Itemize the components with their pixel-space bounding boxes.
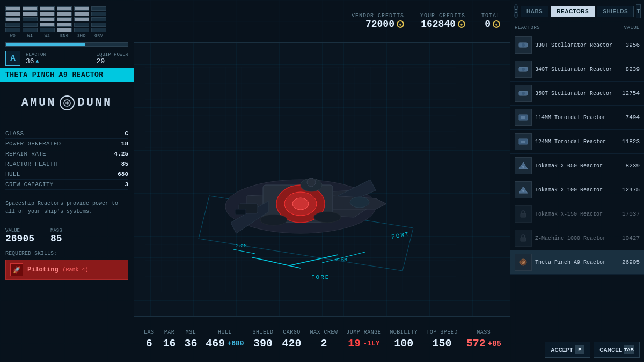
bar-shd: SHD xyxy=(74,6,89,38)
cancel-button[interactable]: CANCEL TAB xyxy=(594,342,640,358)
bstat-mobility: MOBILITY 100 xyxy=(390,329,418,350)
list-item[interactable]: 340T Stellarator Reactor 8239 xyxy=(510,57,644,82)
stat-val-health: 85 xyxy=(121,161,128,167)
ship-display: PORT FORE 2.2M 2.6M xyxy=(134,43,467,316)
list-item[interactable]: Tokamak X-050 Reactor 8239 xyxy=(510,154,644,178)
bar-seg xyxy=(91,12,106,16)
bar-eng: ENG xyxy=(57,6,72,38)
vendor-credits-label: VENDOR CREDITS xyxy=(352,13,404,19)
value-label: VALUE xyxy=(5,228,34,233)
power-bar-container xyxy=(0,42,134,47)
skill-name: Piloting xyxy=(27,266,58,274)
reactor-price-5: 8239 xyxy=(618,162,640,169)
svg-rect-42 xyxy=(521,213,526,217)
total-credits-item: TOTAL 0 ◈ xyxy=(481,13,500,29)
bar-seg xyxy=(74,17,89,21)
bar-seg xyxy=(40,6,55,11)
stat-val-crew: 3 xyxy=(125,181,128,188)
bar-label-w1: W1 xyxy=(27,33,33,38)
tab-shields[interactable]: SHIELDS xyxy=(597,6,634,17)
bar-w1: W1 xyxy=(23,6,38,38)
equip-power-label: EQUIP POWER xyxy=(97,52,128,57)
stats-table: CLASS C POWER GENERATED 18 REPAIR RATE 4… xyxy=(0,124,134,194)
piloting-skill-icon: 🚀 xyxy=(10,263,23,276)
reactor-name-1: 340T Stellarator Reactor xyxy=(535,66,615,73)
list-item[interactable]: 114MM Toroidal Reactor 7494 xyxy=(510,106,644,130)
bstat-mass: MASS 572 +85 xyxy=(466,329,501,350)
reactor-icon-7 xyxy=(515,205,532,223)
bstat-hull-value: 469 +680 xyxy=(206,337,244,350)
stat-name-power: POWER GENERATED xyxy=(5,141,61,147)
bstat-msl-label: MSL xyxy=(186,329,196,335)
bstat-mobility-value: 100 xyxy=(394,337,413,350)
bar-label-w2: W2 xyxy=(45,33,50,38)
bar-seg xyxy=(74,6,89,11)
reactor-price-4: 11823 xyxy=(618,138,640,145)
bstat-par-value: 16 xyxy=(163,337,175,350)
bstat-mass-label: MASS xyxy=(477,329,491,335)
reactor-name-3: 114MM Toroidal Reactor xyxy=(535,114,615,121)
list-item[interactable]: Tokamak X-150 Reactor 17037 xyxy=(510,202,644,226)
bar-seg xyxy=(23,23,38,27)
skill-rank: (Rank 4) xyxy=(63,267,89,273)
list-item[interactable]: 350T Stellarator Reactor 12754 xyxy=(510,82,644,106)
bstat-hull-label: HULL xyxy=(218,329,232,335)
reactor-icon-3 xyxy=(515,109,532,126)
bar-seg xyxy=(74,28,89,32)
left-panel: W0 W1 W2 ENG xyxy=(0,0,134,362)
bar-seg xyxy=(57,17,72,21)
svg-rect-35 xyxy=(521,116,525,119)
bar-seg xyxy=(91,28,106,32)
reactor-icon-6 xyxy=(515,181,532,198)
tab-reactors[interactable]: REACTORS xyxy=(551,6,595,17)
ship-svg: PORT FORE 2.2M 2.6M xyxy=(145,67,456,292)
reactor-icon-9 xyxy=(515,254,532,271)
svg-point-46 xyxy=(523,262,524,263)
stat-name-crew: CREW CAPACITY xyxy=(5,181,54,188)
bar-seg xyxy=(23,17,38,21)
stat-name-class: CLASS xyxy=(5,130,24,137)
stat-name-health: REACTOR HEALTH xyxy=(5,161,57,167)
bar-seg xyxy=(40,12,55,16)
bstat-shield-label: SHIELD xyxy=(253,329,274,335)
bstat-jumprange-value: 19 -1LY xyxy=(348,337,379,350)
accept-key: E xyxy=(575,345,584,354)
svg-rect-43 xyxy=(521,238,526,241)
bar-seg xyxy=(5,23,20,27)
vendor-circle-icon xyxy=(60,95,75,110)
tab-t[interactable]: T xyxy=(636,4,641,18)
bstat-shield: SHIELD 390 xyxy=(253,329,274,350)
power-bar xyxy=(5,42,128,47)
credit-coin-icon2: ◈ xyxy=(458,20,465,28)
reactor-level: 36 ▲ xyxy=(26,57,46,65)
svg-point-12 xyxy=(292,198,309,210)
mass-item: MASS 85 xyxy=(50,228,62,244)
svg-rect-37 xyxy=(521,141,525,143)
bstat-jumprange: JUMP RANGE 19 -1LY xyxy=(346,329,381,350)
list-item[interactable]: 124MM Toroidal Reactor 11823 xyxy=(510,130,644,154)
stat-row-health: REACTOR HEALTH 85 xyxy=(5,159,128,169)
your-credits-label: YOUR CREDITS xyxy=(420,13,465,19)
value-item: VALUE 26905 xyxy=(5,228,34,244)
tab-zero[interactable]: 0 xyxy=(514,4,518,18)
reactor-list[interactable]: 330T Stellarator Reactor 3956 340T Stell… xyxy=(510,33,644,337)
list-item[interactable]: Tokamak X-100 Reactor 12475 xyxy=(510,178,644,202)
bstat-jumprange-extra: -1LY xyxy=(363,339,379,348)
accept-button[interactable]: ACCEPT E xyxy=(545,342,590,358)
tab-habs[interactable]: HABS xyxy=(521,6,548,17)
col-headers: REACTORS VALUE xyxy=(510,23,644,33)
svg-point-18 xyxy=(260,215,287,225)
list-item[interactable]: 330T Stellarator Reactor 3956 xyxy=(510,33,644,57)
bstat-msl: MSL 36 xyxy=(184,329,197,350)
list-item[interactable]: Z-Machine 1000 Reactor 10427 xyxy=(510,226,644,250)
reactor-name-9: Theta Pinch A9 Reactor xyxy=(535,259,615,266)
stat-name-hull: HULL xyxy=(5,171,20,178)
svg-point-39 xyxy=(522,166,524,168)
reactor-price-2: 12754 xyxy=(618,90,640,97)
bstat-topspeed-label: TOP SPEED xyxy=(426,329,458,335)
list-item-selected[interactable]: Theta Pinch A9 Reactor 26905 xyxy=(510,250,644,275)
stat-val-power: 18 xyxy=(121,141,128,147)
svg-point-17 xyxy=(350,197,369,208)
bar-seg xyxy=(57,28,72,32)
your-credits-item: YOUR CREDITS 162840 ◈ xyxy=(420,13,465,29)
